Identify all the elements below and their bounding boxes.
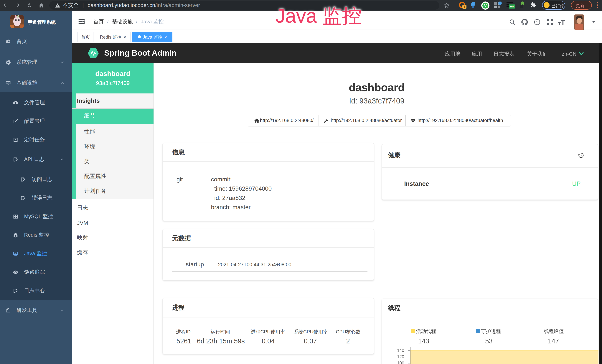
svg-text:?: ?: [536, 20, 538, 24]
